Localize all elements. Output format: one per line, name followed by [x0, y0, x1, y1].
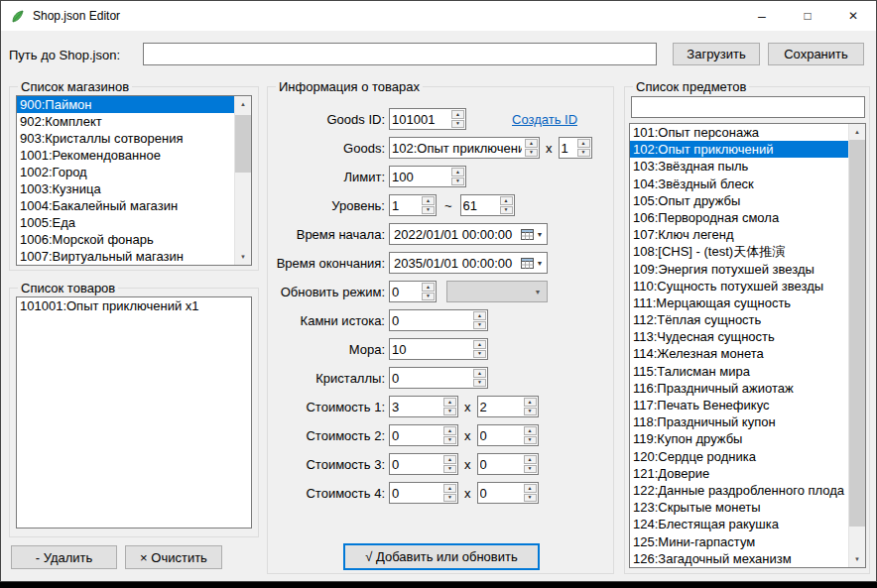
begin-time-picker[interactable]: 2022/01/01 00:00:00 ▼: [389, 223, 548, 245]
cost4-id-input[interactable]: [390, 483, 442, 503]
shop-list-item[interactable]: 903:Кристаллы сотворения: [17, 130, 234, 147]
item-list-item[interactable]: 111:Мерцающая сущность: [630, 294, 848, 311]
item-list-item[interactable]: 107:Ключ легенд: [630, 226, 848, 243]
item-list-item[interactable]: 110:Сущность потухшей звезды: [630, 278, 848, 294]
spin-down-icon[interactable]: ▼: [443, 408, 456, 416]
goods-count-input[interactable]: [560, 138, 576, 158]
spin-down-icon[interactable]: ▼: [524, 465, 537, 474]
spin-down-icon[interactable]: ▼: [443, 465, 456, 474]
shop-list-item[interactable]: 1006:Морской фонарь: [17, 231, 234, 248]
scroll-up-icon[interactable]: ▲: [849, 124, 865, 140]
path-input[interactable]: [143, 43, 657, 65]
item-list-item[interactable]: 104:Звёздный блеск: [630, 176, 848, 192]
primogem-input[interactable]: [390, 310, 472, 330]
spin-up-icon[interactable]: ▲: [525, 139, 538, 148]
shop-list-item[interactable]: 1002:Город: [17, 164, 234, 180]
cost4-count-input[interactable]: [478, 483, 523, 503]
shop-list-item[interactable]: 1007:Виртуальный магазин: [17, 248, 234, 265]
cost1-id-input[interactable]: [390, 397, 442, 416]
spin-up-icon[interactable]: ▲: [524, 426, 537, 435]
level-min-input[interactable]: [390, 195, 421, 215]
shop-list-item[interactable]: 1001:Рекомендованное: [17, 147, 234, 164]
spin-up-icon[interactable]: ▲: [473, 340, 486, 349]
spin-up-icon[interactable]: ▲: [443, 398, 456, 407]
scroll-down-icon[interactable]: ▼: [235, 249, 251, 265]
spin-down-icon[interactable]: ▼: [422, 206, 435, 215]
limit-spinner[interactable]: ▲▼: [389, 166, 466, 187]
cost4-count-spinner[interactable]: ▲▼: [477, 482, 539, 504]
spin-down-icon[interactable]: ▼: [451, 120, 464, 129]
spin-down-icon[interactable]: ▼: [473, 321, 486, 330]
cost2-id-input[interactable]: [390, 425, 442, 445]
add-or-update-button[interactable]: √ Добавить или обновить: [343, 543, 540, 570]
scroll-thumb[interactable]: [849, 140, 865, 527]
cost1-id-spinner[interactable]: ▲▼: [389, 396, 458, 417]
spin-up-icon[interactable]: ▲: [422, 283, 435, 292]
close-button[interactable]: ✕: [830, 1, 876, 31]
goods-count-spinner[interactable]: ▲▼: [559, 137, 592, 159]
create-id-link[interactable]: Создать ID: [512, 112, 577, 127]
spin-up-icon[interactable]: ▲: [422, 196, 435, 205]
spin-up-icon[interactable]: ▲: [524, 484, 537, 493]
goods-id-input[interactable]: [390, 109, 450, 129]
cost1-count-input[interactable]: [478, 397, 523, 416]
scroll-up-icon[interactable]: ▲: [235, 96, 251, 112]
scroll-down-icon[interactable]: ▼: [849, 551, 865, 567]
spin-down-icon[interactable]: ▼: [422, 293, 435, 301]
goods-spinner[interactable]: ▲▼: [389, 137, 540, 159]
spin-up-icon[interactable]: ▲: [577, 139, 590, 148]
mora-input[interactable]: [390, 339, 472, 359]
mora-spinner[interactable]: ▲▼: [389, 338, 488, 360]
primogem-spinner[interactable]: ▲▼: [389, 309, 488, 331]
shop-list-item[interactable]: 902:Комплект: [17, 113, 234, 130]
shop-list-item[interactable]: 1004:Бакалейный магазин: [17, 197, 234, 214]
item-list-item[interactable]: 120:Сердце родника: [630, 448, 848, 465]
item-list-item[interactable]: 116:Праздничный ажиотаж: [630, 380, 848, 397]
item-search-input[interactable]: [631, 96, 865, 118]
item-list-item[interactable]: 108:[CHS] - (test)天体推演: [630, 243, 848, 260]
shops-scrollbar[interactable]: ▲ ▼: [234, 96, 251, 265]
spin-up-icon[interactable]: ▲: [443, 426, 456, 435]
item-list-item[interactable]: 122:Данные раздробленного плода: [630, 482, 848, 499]
item-list-item[interactable]: 124:Блестящая ракушка: [630, 516, 848, 532]
spin-down-icon[interactable]: ▼: [500, 206, 513, 215]
item-list-item[interactable]: 105:Опыт дружбы: [630, 192, 848, 209]
spin-up-icon[interactable]: ▲: [443, 455, 456, 464]
spin-down-icon[interactable]: ▼: [473, 379, 486, 388]
load-button[interactable]: Загрузить: [673, 43, 760, 65]
spin-down-icon[interactable]: ▼: [451, 177, 464, 186]
save-button[interactable]: Сохранить: [768, 43, 864, 65]
shop-list-item[interactable]: 1005:Еда: [17, 214, 234, 231]
minimize-button[interactable]: –: [739, 1, 785, 31]
scroll-track[interactable]: [235, 112, 251, 249]
spin-down-icon[interactable]: ▼: [443, 436, 456, 445]
crystal-spinner[interactable]: ▲▼: [389, 367, 488, 389]
level-min-spinner[interactable]: ▲▼: [389, 194, 437, 216]
spin-down-icon[interactable]: ▼: [473, 350, 486, 359]
item-list-item[interactable]: 113:Чудесная сущность: [630, 328, 848, 345]
spin-up-icon[interactable]: ▲: [443, 484, 456, 493]
cost3-id-input[interactable]: [390, 454, 442, 474]
begin-time-dropdown[interactable]: ▼: [517, 224, 547, 244]
cost2-id-spinner[interactable]: ▲▼: [389, 424, 458, 446]
spin-up-icon[interactable]: ▲: [524, 455, 537, 464]
cost4-id-spinner[interactable]: ▲▼: [389, 482, 458, 504]
refresh-mode-spinner[interactable]: ▲▼: [389, 281, 437, 302]
crystal-input[interactable]: [390, 368, 472, 388]
shop-goods-list[interactable]: 101001:Опыт приключений x1: [16, 296, 252, 529]
spin-down-icon[interactable]: ▼: [525, 149, 538, 158]
spin-down-icon[interactable]: ▼: [524, 436, 537, 445]
spin-up-icon[interactable]: ▲: [451, 110, 464, 119]
end-time-picker[interactable]: 2035/01/01 00:00:00 ▼: [389, 252, 548, 274]
item-list-item[interactable]: 125:Мини-гарпастум: [630, 533, 848, 550]
spin-up-icon[interactable]: ▲: [451, 168, 464, 176]
maximize-button[interactable]: □: [785, 1, 830, 31]
clear-button[interactable]: × Очистить: [125, 545, 222, 569]
end-time-dropdown[interactable]: ▼: [517, 253, 547, 273]
item-list-item[interactable]: 123:Скрытые монеты: [630, 499, 848, 516]
spin-down-icon[interactable]: ▼: [524, 408, 537, 416]
spin-down-icon[interactable]: ▼: [524, 494, 537, 503]
spin-up-icon[interactable]: ▲: [473, 369, 486, 378]
cost3-id-spinner[interactable]: ▲▼: [389, 453, 458, 475]
item-list-item[interactable]: 126:Загадочный механизм: [630, 550, 848, 567]
